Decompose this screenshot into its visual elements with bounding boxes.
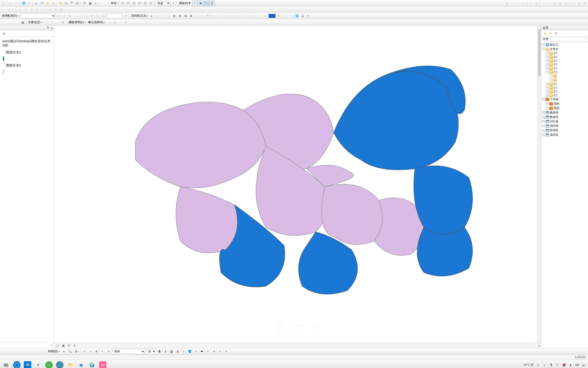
edit-poly-icon[interactable]: ⬠ [18,7,23,12]
forward-icon[interactable]: → [14,1,19,6]
layout-tool4-icon[interactable]: 🖨 [300,13,305,18]
adv-tool4-icon[interactable]: ⫾ [547,1,552,6]
adv-tool7-icon[interactable]: ⊞ [563,1,569,6]
tree-expander-icon[interactable]: + [546,90,549,93]
adv-tool2-icon[interactable]: ⊘ [534,1,539,6]
label-tool5-icon[interactable]: 🏷 [143,1,148,6]
vec-tool1-icon[interactable]: ⟋ [44,20,49,25]
px-tool1-icon[interactable]: ▭ [107,20,112,25]
identify-icon[interactable]: ⓘ [39,1,45,6]
tree-expander-icon[interactable]: + [546,63,549,66]
layout-view-tab-icon[interactable]: ▣ [61,343,66,348]
edit-arc-icon[interactable]: ⌒ [12,7,17,12]
fill-color-button[interactable]: 🪣 [187,349,193,354]
vec-tool4-icon[interactable]: ✎ [61,20,66,25]
tree-node[interactable]: +C:\ [541,66,588,70]
tree-node[interactable]: -C:\ [541,70,588,74]
adv-tool3-icon[interactable]: ⫽ [541,1,546,6]
tree-node[interactable]: +数据库 [541,110,588,115]
browser2-icon[interactable]: 🌐 [56,361,63,368]
bold-button[interactable]: B [157,349,162,354]
tree-node[interactable]: +追踪连 [541,133,588,137]
label-delete-icon[interactable]: ✕ [148,1,153,6]
font-size-select[interactable]: 10 [146,349,156,354]
overflow-icon[interactable]: ▾ [205,13,210,18]
edit-pointer-icon[interactable]: ▸ [1,7,6,12]
adv-tool8-icon[interactable]: ◇ [571,1,576,6]
tree-node[interactable]: +系统 [541,106,588,110]
adv-tool9-icon[interactable]: ◈ [576,1,581,6]
tray-network-icon[interactable]: 🔇 [562,363,566,367]
cat-fwd-icon[interactable]: ➡ [548,31,553,36]
dropdown-caret-icon[interactable]: ▾ [93,1,98,6]
tray-shield-icon[interactable]: 🛡 [555,363,560,367]
draw-grid-icon[interactable]: ⊞ [74,349,79,354]
explorer-icon[interactable]: 📁 [67,361,74,368]
draw-dropdown[interactable]: 绘制(D)▾ [47,349,61,354]
topo-tool1-icon[interactable]: ▨ [504,1,509,6]
find-icon[interactable]: 🔍 [63,1,69,6]
georef-input[interactable] [107,14,123,18]
close-icon[interactable]: ✕ [51,26,53,30]
raster-clean-dropdown[interactable]: 栅格清理(C)▾ [68,20,87,25]
edit-sketch-icon[interactable]: ▥ [53,7,58,12]
toc-layer-2[interactable]: 「西部分市2 [0,62,54,69]
region-hezhou[interactable] [414,166,472,234]
tray-battery-icon[interactable]: ▬ [581,363,586,367]
overflow-icon[interactable]: ▾ [582,1,587,6]
quick-select[interactable]: 快速 [155,1,170,6]
dropdown-caret-icon[interactable]: ▾ [276,13,281,18]
topo-tool3-icon[interactable]: ⊹ [516,1,521,6]
edit-vertices-icon[interactable]: ✎ [106,349,111,354]
rep-tool7-icon[interactable]: ▭ [246,13,251,18]
adv-tool1-icon[interactable]: ✂ [528,1,533,6]
task-view-icon[interactable]: ⊞| [2,361,10,368]
font-name-select[interactable]: 宋体 [112,349,145,354]
pixel-select-dropdown[interactable]: 像元选择(N)▾ [87,20,107,25]
tree-expander-icon[interactable]: + [542,134,545,136]
dropdown-caret-icon[interactable]: ▾ [100,349,105,354]
sa-tool5-icon[interactable]: ⊹ [200,13,205,18]
tree-node[interactable]: +C:\ [541,86,588,90]
scroll-right-icon[interactable]: > [51,344,53,347]
rep-tool1-icon[interactable]: ▭ [213,13,218,18]
overflow-icon[interactable]: ▾ [224,349,229,354]
region-chongzuo[interactable] [176,187,238,253]
tree-node[interactable]: +GIS 服 [541,119,588,124]
tree-expander-icon[interactable]: - [542,48,545,50]
spatial-adj-dropdown[interactable]: 空间校正(J)▾ [130,13,149,18]
html-popup-icon[interactable]: ▭ [51,1,56,6]
label-tool2-icon[interactable]: 🏷 [126,1,131,6]
tree-node[interactable]: -文件夹 [541,47,588,51]
tree-expander-icon[interactable]: - [542,98,545,101]
layout-tool3-icon[interactable]: 🌐 [294,13,300,18]
overflow-icon[interactable]: ▾ [123,13,128,18]
map-scrollbar-v[interactable] [537,26,541,343]
dropdown-caret-icon[interactable]: ▾ [181,349,187,354]
tray-usb-icon[interactable]: ▮ [568,363,573,367]
rep-tool8-icon[interactable]: ▭ [252,13,257,18]
snap-dropdown[interactable]: 捕捉(S)▼ [178,1,192,6]
fullextent-icon[interactable]: ⛶ [1,1,6,6]
dropdown-caret-icon[interactable]: ▾ [27,1,32,6]
tree-node[interactable]: - [541,78,588,82]
tree-expander-icon[interactable]: + [542,120,545,123]
underline-button[interactable]: U [169,349,174,354]
dropdown-caret-icon[interactable]: ▾ [171,1,176,6]
region-guigang[interactable] [322,184,383,244]
draw-rect-icon[interactable]: ▭ [82,349,87,354]
tree-node[interactable]: +C:\ [541,93,588,97]
layout-tool2-icon[interactable]: ▭ [289,13,294,18]
georef-dropdown[interactable]: 地理配准(G)▾ [1,13,20,18]
georef-tool5-icon[interactable]: ↕ [78,13,84,18]
edit-reshape-icon[interactable]: ⟳ [29,7,34,12]
layout-tool1-icon[interactable]: ▭ [283,13,288,18]
region-baise[interactable] [135,102,266,188]
tree-expander-icon[interactable]: - [550,79,552,81]
bilibili-icon[interactable]: bili [99,361,107,368]
tree-expander-icon[interactable]: + [546,87,549,89]
sa-pointer-icon[interactable]: ▸ [149,13,154,18]
tree-expander-icon[interactable]: - [550,74,552,77]
georef-tool6-icon[interactable]: ⊙ [84,13,89,18]
georef-tool7-icon[interactable]: ⊗ [89,13,95,18]
